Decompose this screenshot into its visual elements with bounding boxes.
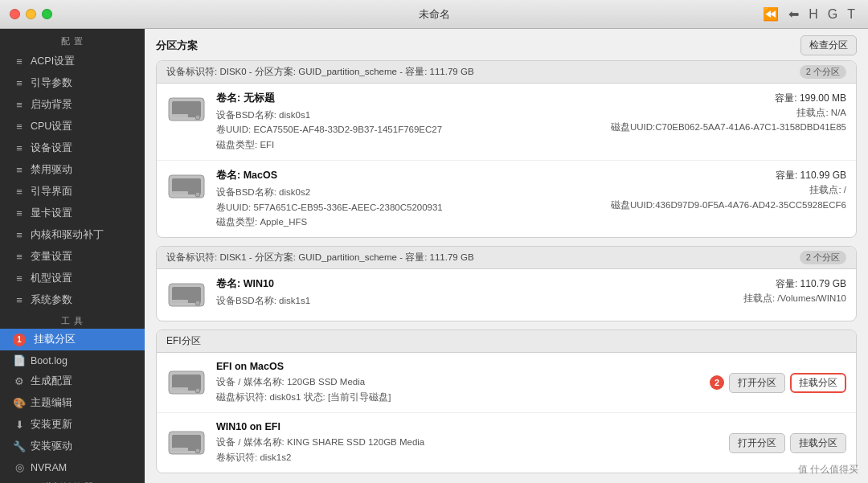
list-icon: ≡ <box>13 207 26 219</box>
disk-drive-icon-1 <box>166 92 207 127</box>
disk0-p1-mount: 挂载点: N/A <box>611 105 846 120</box>
disk-drive-icon-3 <box>166 277 207 313</box>
disk0-p1-capacity: 容量: 199.00 MB <box>611 92 846 105</box>
list-icon: ≡ <box>13 294 26 306</box>
disk1-header: 设备标识符: DISK1 - 分区方案: GUID_partition_sche… <box>157 247 856 269</box>
sidebar-item-label: 主题编辑 <box>31 396 72 410</box>
disk0-p2-bsd: 设备BSD名称: disk0s2 <box>216 185 601 199</box>
sidebar-item-install-update[interactable]: ⬇ 安装更新 <box>0 414 145 436</box>
palette-icon: 🎨 <box>13 397 26 409</box>
list-icon: ≡ <box>13 272 26 284</box>
gear-icon: ⚙ <box>13 375 26 387</box>
sidebar-item-label: 机型设置 <box>31 272 72 285</box>
disk0-p1-disk-uuid: 磁盘UUID:C70EB062-5AA7-41A6-A7C1-3158DBD41… <box>611 120 846 134</box>
sidebar-section-config: 配 置 <box>0 29 145 51</box>
efi-section-title: EFI分区 <box>157 330 856 353</box>
close-button[interactable] <box>10 9 20 19</box>
sidebar-item-graphics[interactable]: ≡ 显卡设置 <box>0 203 145 224</box>
box-icon: ◎ <box>13 461 26 473</box>
sidebar-item-boot-log[interactable]: 📄 Boot.log <box>0 350 145 370</box>
sidebar-item-label: 引导参数 <box>31 76 72 90</box>
maximize-button[interactable] <box>42 9 52 19</box>
svg-point-10 <box>195 301 200 305</box>
sidebar-item-label: 变量设置 <box>31 250 72 264</box>
sidebar-item-generate-config[interactable]: ⚙ 生成配置 <box>0 370 145 392</box>
list-icon: ≡ <box>13 251 26 263</box>
svg-rect-19 <box>172 448 188 451</box>
efi-open-button-2[interactable]: 打开分区 <box>729 433 785 453</box>
disk1-p1-bsd: 设备BSD名称: disk1s1 <box>216 293 676 308</box>
disk0-header-text: 设备标识符: DISK0 - 分区方案: GUID_partition_sche… <box>166 66 474 78</box>
disk1-p1-name: 卷名: WIN10 <box>216 277 676 291</box>
sidebar-item-install-driver[interactable]: 🔧 安装驱动 <box>0 436 145 457</box>
svg-point-18 <box>195 448 200 453</box>
list-icon: ≡ <box>13 77 26 89</box>
watermark: 值 什么值得买 <box>798 463 858 477</box>
list-icon: ≡ <box>13 55 26 68</box>
disk0-p1-info: 卷名: 无标题 设备BSD名称: disk0s1 卷UUID: ECA7550E… <box>216 92 601 152</box>
sidebar-item-boot-args[interactable]: ≡ 引导参数 <box>0 72 145 94</box>
disk0-p2-capacity: 容量: 110.99 GB <box>611 169 846 182</box>
disk1-p1-capacity: 容量: 110.79 GB <box>686 277 846 291</box>
check-partition-button[interactable]: 检查分区 <box>800 35 857 55</box>
efi-disk-icon-1 <box>166 365 207 400</box>
sidebar-item-label: 显卡设置 <box>31 207 72 220</box>
sidebar-item-label: ACPI设置 <box>31 55 75 68</box>
wrench-icon: 🔧 <box>13 440 26 452</box>
svg-rect-7 <box>172 191 188 194</box>
list-icon: ≡ <box>13 99 26 111</box>
efi-row2-info: WIN10 on EFI 设备 / 媒体名称: KING SHARE SSD 1… <box>216 421 719 465</box>
sidebar-item-variables[interactable]: ≡ 变量设置 <box>0 246 145 268</box>
toolbar-icon-3[interactable]: H <box>809 7 818 22</box>
sidebar-item-boot-ui[interactable]: ≡ 引导界面 <box>0 181 145 203</box>
sidebar-item-machine[interactable]: ≡ 机型设置 <box>0 268 145 289</box>
sidebar-item-disabled-drivers[interactable]: ≡ 禁用驱动 <box>0 159 145 181</box>
toolbar-icon-2[interactable]: ⬅ <box>788 6 799 22</box>
minimize-button[interactable] <box>26 9 36 19</box>
disk1-header-text: 设备标识符: DISK1 - 分区方案: GUID_partition_sche… <box>166 252 474 264</box>
sidebar-item-cpu[interactable]: ≡ CPU设置 <box>0 116 145 137</box>
disk0-p2-mount: 挂载点: / <box>611 182 846 197</box>
list-icon: ≡ <box>13 121 26 133</box>
toolbar-icon-5[interactable]: T <box>847 7 855 22</box>
svg-point-2 <box>195 115 200 120</box>
sidebar-item-theme-editor[interactable]: 🎨 主题编辑 <box>0 392 145 414</box>
list-icon: ≡ <box>13 229 26 241</box>
list-icon: ≡ <box>13 164 26 176</box>
efi-open-button-1[interactable]: 打开分区 <box>729 373 785 393</box>
sidebar-item-label: 系统参数 <box>31 293 72 307</box>
watermark-text: 值 什么值得买 <box>798 464 858 475</box>
sidebar-item-label: 启动背景 <box>31 98 72 112</box>
svg-rect-3 <box>172 114 188 117</box>
disk-scroll-area[interactable]: 设备标识符: DISK0 - 分区方案: GUID_partition_sche… <box>145 60 868 483</box>
sidebar-item-device[interactable]: ≡ 设备设置 <box>0 137 145 159</box>
sidebar-item-label: 禁用驱动 <box>31 163 72 177</box>
efi-row1-device: 设备 / 媒体名称: 120GB SSD Media <box>216 375 700 389</box>
efi-mount-button-2[interactable]: 挂载分区 <box>790 433 846 453</box>
sidebar: 配 置 ≡ ACPI设置 ≡ 引导参数 ≡ 启动背景 ≡ CPU设置 ≡ 设备设… <box>0 29 145 483</box>
sidebar-item-mount-partition[interactable]: 1 挂载分区 <box>0 329 145 350</box>
efi-mount-button-1[interactable]: 挂载分区 <box>790 373 846 393</box>
sidebar-item-system-params[interactable]: ≡ 系统参数 <box>0 289 145 311</box>
sidebar-item-nvram[interactable]: ◎ NVRAM <box>0 457 145 477</box>
sidebar-item-kernel-patch[interactable]: ≡ 内核和驱动补丁 <box>0 224 145 246</box>
efi-row2-actions: 打开分区 挂载分区 <box>729 433 846 453</box>
efi-row1-actions: 2 打开分区 挂载分区 <box>710 373 846 393</box>
efi-row2-name: WIN10 on EFI <box>216 421 719 432</box>
svg-rect-11 <box>172 300 188 303</box>
efi-section: EFI分区 EFI on MacOS 设备 / 媒体名称: 120GB SS <box>156 330 857 473</box>
disk0-header: 设备标识符: DISK0 - 分区方案: GUID_partition_sche… <box>157 61 856 84</box>
svg-rect-15 <box>172 387 188 391</box>
svg-point-6 <box>195 192 200 197</box>
toolbar-icon-1[interactable]: ⏪ <box>763 6 779 22</box>
toolbar-icon-4[interactable]: G <box>828 7 837 22</box>
efi-row1-info: EFI on MacOS 设备 / 媒体名称: 120GB SSD Media … <box>216 361 700 404</box>
disk0-p1-right: 容量: 199.00 MB 挂载点: N/A 磁盘UUID:C70EB062-5… <box>611 92 846 135</box>
badge-1: 1 <box>13 334 26 346</box>
doc-icon: 📄 <box>13 354 26 366</box>
efi-row-2: WIN10 on EFI 设备 / 媒体名称: KING SHARE SSD 1… <box>157 413 856 473</box>
sidebar-item-boot-bg[interactable]: ≡ 启动背景 <box>0 94 145 116</box>
sidebar-item-hex-converter[interactable]: ↻ 16进制转换器 <box>0 477 145 483</box>
badge-2: 2 <box>710 375 724 390</box>
sidebar-item-acpi[interactable]: ≡ ACPI设置 <box>0 51 145 72</box>
